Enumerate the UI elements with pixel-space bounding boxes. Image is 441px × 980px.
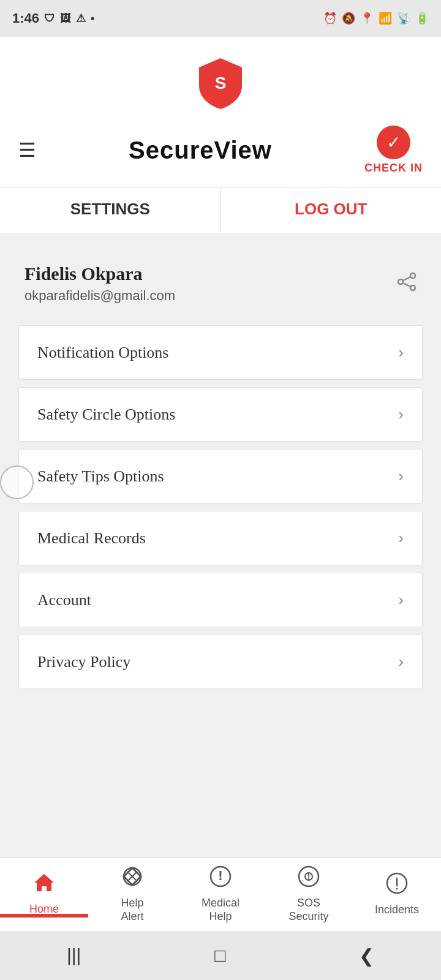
home-button[interactable]: □ (214, 945, 225, 966)
location-icon: 📍 (360, 12, 374, 25)
nav-sos-security[interactable]: ! SOSSecurity (265, 865, 353, 923)
warning-status-icon: ⚠ (76, 12, 86, 25)
safety-circle-options-label: Safety Circle Options (37, 405, 175, 424)
image-status-icon: 🖼 (60, 12, 71, 25)
wifi-icon: 📶 (379, 12, 392, 25)
home-underline (0, 914, 88, 916)
dot-status-icon: • (91, 12, 94, 25)
recents-button[interactable]: ||| (67, 945, 81, 966)
menu-list: Notification Options › Safety Circle Opt… (18, 325, 423, 696)
app-header: S ☰ SecureView ✓ CHECK IN SETTINGS LOG O… (0, 37, 441, 233)
svg-point-15 (396, 888, 398, 890)
chevron-right-icon: › (398, 590, 404, 609)
nav-help-alert[interactable]: HelpAlert (88, 865, 176, 923)
svg-point-3 (410, 285, 415, 290)
notification-options-item[interactable]: Notification Options › (18, 325, 423, 380)
check-in-icon: ✓ (377, 126, 410, 159)
header-nav: SETTINGS LOG OUT (0, 187, 441, 233)
shield-status-icon: 🛡 (44, 12, 55, 25)
user-info: Fidelis Okpara okparafidelis@gmail.com (24, 263, 175, 304)
medical-records-item[interactable]: Medical Records › (18, 511, 423, 565)
svg-point-1 (410, 273, 415, 278)
svg-text:S: S (215, 74, 227, 92)
nav-incidents[interactable]: Incidents (353, 872, 441, 917)
safety-circle-options-item[interactable]: Safety Circle Options › (18, 387, 423, 442)
account-label: Account (37, 591, 91, 609)
medical-records-label: Medical Records (37, 529, 146, 548)
chevron-right-icon: › (398, 405, 404, 424)
settings-content: Fidelis Okpara okparafidelis@gmail.com N… (0, 233, 441, 715)
nav-incidents-label: Incidents (375, 903, 419, 917)
svg-line-4 (403, 277, 410, 281)
safety-tips-options-label: Safety Tips Options (37, 467, 164, 486)
incidents-icon (386, 872, 408, 900)
chevron-right-icon: › (398, 467, 404, 486)
chevron-right-icon: › (398, 529, 404, 548)
nav-medical-help[interactable]: ! MedicalHelp (176, 865, 265, 923)
nav-sos-security-label: SOSSecurity (288, 897, 328, 923)
nav-medical-help-label: MedicalHelp (202, 897, 239, 923)
status-bar: 1:46 🛡 🖼 ⚠ • ⏰ 🔕 📍 📶 📡 🔋 (0, 0, 441, 37)
privacy-policy-item[interactable]: Privacy Policy › (18, 635, 423, 689)
signal-icon: 📡 (397, 12, 410, 25)
svg-line-5 (403, 283, 410, 287)
user-card: Fidelis Okpara okparafidelis@gmail.com (18, 251, 423, 319)
help-alert-icon (121, 865, 143, 893)
settings-tab[interactable]: SETTINGS (0, 187, 221, 233)
share-button[interactable] (397, 272, 417, 296)
system-nav: ||| □ ❮ (0, 931, 441, 980)
status-right: ⏰ 🔕 📍 📶 📡 🔋 (323, 12, 429, 25)
status-left: 1:46 🛡 🖼 ⚠ • (12, 10, 94, 26)
svg-text:!: ! (218, 868, 222, 883)
app-logo: S (196, 55, 245, 110)
bottom-nav: Home HelpAlert ! MedicalHelp ! (0, 858, 441, 931)
alarm-icon: ⏰ (323, 12, 337, 25)
top-bar: ☰ SecureView ✓ CHECK IN (0, 119, 441, 187)
svg-text:!: ! (307, 872, 311, 881)
nav-help-alert-label: HelpAlert (121, 897, 143, 923)
user-name: Fidelis Okpara (24, 263, 175, 284)
privacy-policy-label: Privacy Policy (37, 653, 130, 671)
user-email: okparafidelis@gmail.com (24, 288, 175, 304)
check-in-label: CHECK IN (364, 162, 423, 175)
home-icon (33, 872, 55, 899)
medical-help-icon: ! (209, 865, 232, 893)
sos-security-icon: ! (298, 865, 320, 893)
status-time: 1:46 (12, 10, 39, 26)
chevron-right-icon: › (398, 652, 404, 671)
safety-tips-options-item[interactable]: Safety Tips Options › (18, 449, 423, 503)
nav-home[interactable]: Home (0, 872, 88, 918)
svg-point-2 (398, 279, 403, 284)
hamburger-menu-button[interactable]: ☰ (18, 138, 36, 162)
account-item[interactable]: Account › (18, 573, 423, 627)
notification-options-label: Notification Options (37, 344, 168, 362)
logo-area: S (0, 49, 441, 119)
chevron-right-icon: › (398, 343, 404, 362)
battery-icon: 🔋 (415, 12, 429, 25)
app-title: SecureView (129, 137, 272, 164)
check-in-button[interactable]: ✓ CHECK IN (364, 126, 423, 175)
floating-circle (0, 466, 34, 499)
mute-icon: 🔕 (342, 12, 355, 25)
back-button[interactable]: ❮ (359, 945, 374, 967)
logout-tab[interactable]: LOG OUT (221, 187, 442, 233)
